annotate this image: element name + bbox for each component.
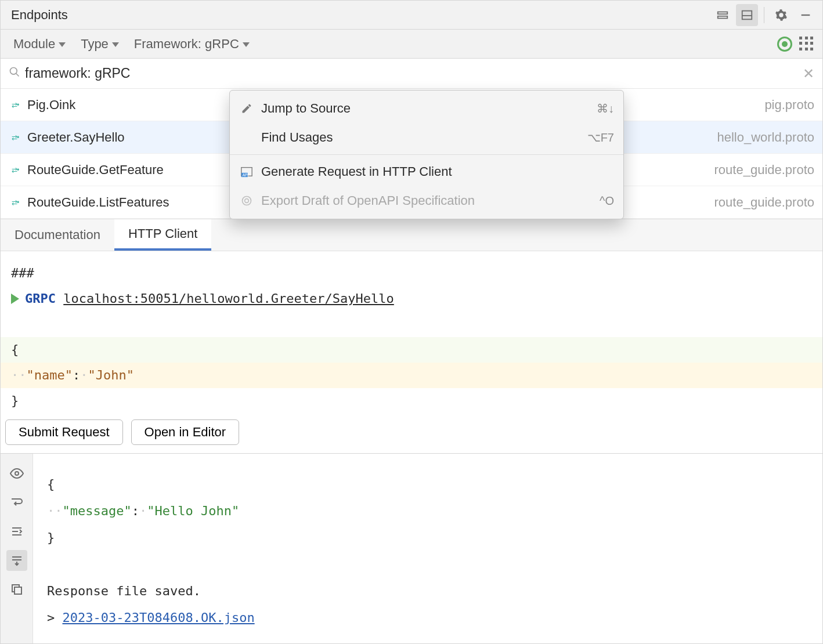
svg-text:API: API (243, 173, 249, 177)
submit-request-button[interactable]: Submit Request (5, 419, 123, 445)
grpc-endpoint-icon: ⇄• (9, 133, 21, 142)
chevron-down-icon (243, 42, 250, 47)
svg-point-11 (245, 199, 249, 203)
framework-filter-label: Framework: gRPC (134, 37, 239, 52)
resp-json-open: { (47, 471, 255, 498)
svg-point-12 (15, 472, 19, 475)
editor-buttons: Submit Request Open in Editor (1, 419, 822, 453)
grid-icon[interactable] (799, 37, 814, 52)
panel-title: Endpoints (11, 8, 68, 23)
response-file-link[interactable]: 2023-03-23T084608.OK.json (63, 610, 255, 625)
target-small-icon (239, 195, 254, 207)
api-icon: API (239, 165, 254, 178)
response-gutter (1, 454, 33, 643)
pencil-icon (239, 103, 254, 114)
titlebar: Endpoints (1, 1, 822, 30)
detail-tabs: Documentation HTTP Client (1, 219, 822, 251)
response-file-line: > 2023-03-23T084608.OK.json (47, 605, 255, 631)
blank-line (47, 551, 255, 578)
request-separator: ### (11, 261, 812, 286)
gear-icon[interactable] (770, 4, 792, 26)
svg-point-5 (10, 68, 17, 75)
svg-rect-1 (718, 16, 728, 18)
http-client-editor[interactable]: ### GRPC localhost:50051/helloworld.Gree… (1, 251, 822, 419)
json-open: { (1, 337, 822, 363)
menu-item-shortcut: ^O (600, 194, 614, 208)
menu-item-shortcut: ⌘↓ (597, 102, 614, 115)
titlebar-separator (764, 7, 764, 23)
endpoint-list: ⇄• Pig.Oink pig.proto ⇄• Greeter.SayHell… (1, 89, 822, 219)
resp-json-line: ··"message":·"Hello John" (47, 498, 255, 524)
run-icon[interactable] (11, 294, 19, 304)
endpoint-file: hello_world.proto (717, 130, 814, 145)
softwrap-icon[interactable] (6, 492, 27, 513)
type-filter[interactable]: Type (76, 34, 124, 54)
response-body[interactable]: { ··"message":·"Hello John" } Response f… (33, 454, 266, 643)
svg-point-10 (243, 197, 251, 205)
blank-line (11, 312, 812, 337)
menu-item-label: Export Draft of OpenAPI Specification (261, 193, 593, 208)
menu-separator (230, 154, 623, 155)
svg-rect-13 (15, 587, 21, 594)
menu-item-shortcut: ⌥F7 (587, 131, 614, 144)
chevron-down-icon (59, 42, 66, 47)
json-close: } (11, 388, 812, 414)
scroll-icon[interactable] (6, 521, 27, 542)
method-keyword: GRPC (25, 291, 56, 306)
filter-bar: Module Type Framework: gRPC (1, 30, 822, 59)
json-body-line: ··"name":·"John" (1, 363, 822, 388)
endpoint-file: pig.proto (764, 97, 814, 113)
menu-item-label: Find Usages (261, 130, 580, 145)
filter-bar-right (777, 37, 814, 52)
framework-filter[interactable]: Framework: gRPC (129, 34, 254, 54)
endpoint-file: route_guide.proto (714, 162, 814, 178)
menu-item-label: Generate Request in HTTP Client (261, 164, 607, 179)
menu-generate-request[interactable]: API Generate Request in HTTP Client (230, 157, 623, 186)
resp-json-close: } (47, 524, 255, 551)
module-filter-label: Module (13, 37, 55, 52)
request-line: GRPC localhost:50051/helloworld.Greeter/… (11, 286, 812, 312)
expand-icon[interactable] (712, 4, 734, 26)
grpc-endpoint-icon: ⇄• (9, 166, 21, 174)
menu-export-openapi: Export Draft of OpenAPI Specification ^O (230, 186, 623, 215)
search-input[interactable]: framework: gRPC (25, 66, 803, 81)
grpc-endpoint-icon: ⇄• (9, 198, 21, 207)
chevron-down-icon (112, 42, 119, 47)
response-saved-msg: Response file saved. (47, 578, 255, 605)
target-icon[interactable] (777, 37, 792, 52)
grpc-endpoint-icon: ⇄• (9, 101, 21, 109)
svg-line-6 (16, 74, 19, 77)
tab-http-client[interactable]: HTTP Client (114, 219, 211, 251)
search-icon (9, 66, 20, 81)
menu-item-label: Jump to Source (261, 101, 590, 116)
request-url[interactable]: localhost:50051/helloworld.Greeter/SayHe… (63, 291, 394, 306)
minimize-icon[interactable] (795, 4, 817, 26)
open-in-editor-button[interactable]: Open in Editor (131, 419, 240, 445)
module-filter[interactable]: Module (9, 34, 70, 54)
response-area: { ··"message":·"Hello John" } Response f… (1, 453, 822, 643)
endpoint-file: route_guide.proto (714, 195, 814, 210)
svg-rect-0 (718, 12, 728, 14)
tab-documentation[interactable]: Documentation (1, 219, 114, 251)
type-filter-label: Type (81, 37, 109, 52)
context-menu: Jump to Source ⌘↓ Find Usages ⌥F7 API Ge… (229, 90, 624, 219)
titlebar-actions (712, 4, 817, 26)
eye-icon[interactable] (6, 463, 27, 484)
copy-icon[interactable] (6, 579, 27, 600)
menu-jump-to-source[interactable]: Jump to Source ⌘↓ (230, 94, 623, 123)
show-details-icon[interactable] (736, 4, 758, 26)
menu-find-usages[interactable]: Find Usages ⌥F7 (230, 123, 623, 152)
search-bar[interactable]: framework: gRPC ✕ (1, 59, 822, 89)
download-icon[interactable] (6, 550, 27, 571)
clear-search-icon[interactable]: ✕ (803, 66, 814, 82)
